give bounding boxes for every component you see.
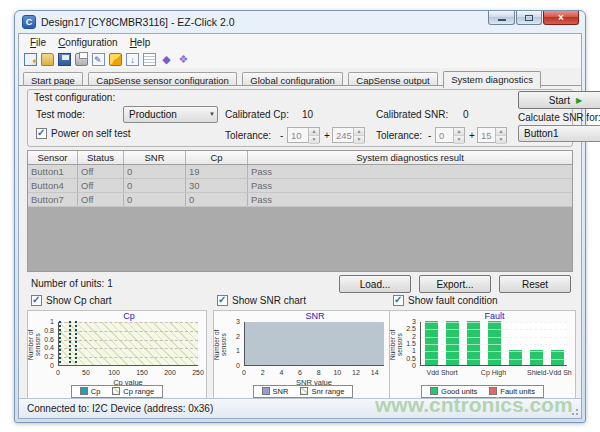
snr-tolerance-label: Tolerance: [376,130,422,141]
calculate-snr-for-select[interactable]: Button1 ▼ [518,125,600,142]
x-tick-label: 8 [317,369,321,376]
title-bar[interactable]: C Design17 [CY8CMBR3116] - EZ-Click 2.0 … [15,11,585,32]
x-tick-label: 2 [261,369,265,376]
snr-chart: SNRNumber of sensors012302468101214SNR v… [213,310,393,402]
legend-swatch-icon [262,387,270,395]
system-diagnostics-panel: Test configuration: Test mode: Productio… [19,86,581,398]
cell-sensor: Button7 [28,193,78,206]
cell-sensor: Button1 [28,165,78,178]
chart-legend-box: SNRSnr range [253,385,354,398]
cp-tolerance-minus-spinner[interactable]: 10 ▲▼ [287,127,320,143]
x-category-label: Shield-Vdd Sh [527,369,572,376]
save-design-icon[interactable] [58,53,71,66]
x-category-label: Vdd Short [426,369,457,376]
new-design-icon[interactable] [24,53,37,66]
cell-cp: 30 [186,179,248,192]
spinner-arrows-icon[interactable]: ▲▼ [308,128,319,142]
reset-button[interactable]: Reset [499,275,571,293]
diagnostics-table: Sensor Status SNR Cp System diagnostics … [27,150,573,272]
y-tick-label: 0 [398,362,416,369]
gridline [59,348,198,349]
load-button[interactable]: Load... [339,275,411,293]
table-row[interactable]: Button7 Off 0 0 Pass [28,193,572,207]
tab-start-page[interactable]: Start page [23,72,83,87]
x-tick-label: 200 [164,369,176,376]
spinner-arrows-icon[interactable]: ▲▼ [495,128,506,142]
show-fault-condition-label: Show fault condition [408,295,498,306]
chart-legend: SNRSnr range [214,385,392,398]
tab-strip: Start page CapSense sensor configuration… [19,68,581,86]
maximize-button[interactable] [516,11,542,25]
show-cp-chart-checkbox[interactable]: Show Cp chart [31,295,112,306]
show-fault-condition-checkbox[interactable]: Show fault condition [393,295,498,306]
cp-bar [75,321,77,365]
y-tick-label: 2 [222,333,240,340]
y-tick-label: 0.2 [36,353,54,360]
menu-configuration[interactable]: Configuration [52,36,124,49]
table-row[interactable]: Button4 Off 0 30 Pass [28,179,572,193]
cell-result: Pass [248,165,572,178]
y-tick-label: 1 [398,347,416,354]
gridline-overlay [421,359,567,360]
menu-file[interactable]: File [24,36,52,49]
checkbox-icon [31,295,42,306]
maximize-icon [525,15,533,21]
y-tick-label: 0.6 [36,336,54,343]
start-button[interactable]: Start ▶ [518,91,600,109]
legend-item: Snr range [300,387,344,396]
show-cp-chart-label: Show Cp chart [46,295,112,306]
gridline [59,322,198,323]
verify-config-icon[interactable]: ❖ [177,53,190,66]
report-icon[interactable] [143,53,156,66]
snr-tolerance-minus-sign: - [428,130,431,141]
save-as-icon[interactable] [92,53,105,66]
x-tick-label: 6 [298,369,302,376]
menu-help[interactable]: Help [124,36,157,49]
table-header-row: Sensor Status SNR Cp System diagnostics … [28,151,572,165]
tab-capsense-sensor-configuration[interactable]: CapSense sensor configuration [88,72,237,87]
snr-tolerance-minus-spinner[interactable]: 0 ▲▼ [435,127,465,143]
fault-chart: FaultNumber of sensors00.511.522.53Vdd S… [389,310,576,402]
snr-tolerance-plus-spinner[interactable]: 15 ▲▼ [477,127,507,143]
test-mode-select[interactable]: Production ▼ [123,106,218,123]
y-tick-label: 0 [222,362,240,369]
start-button-label: Start [549,95,570,106]
show-snr-chart-checkbox[interactable]: Show SNR chart [217,295,306,306]
test-mode-label: Test mode: [36,109,85,120]
tab-global-configuration[interactable]: Global configuration [242,72,343,87]
snr-tolerance-plus-value: 15 [478,128,495,142]
y-tick-label: 2.5 [398,325,416,332]
print-icon[interactable] [75,53,88,66]
cell-snr: 0 [124,179,186,192]
load-button-label: Load... [360,279,391,290]
table-row[interactable]: Button1 Off 0 19 Pass [28,165,572,179]
open-design-icon[interactable] [41,53,54,66]
chart-legend-box: CpCp range [71,385,163,398]
spinner-arrows-icon[interactable]: ▲▼ [353,128,364,142]
spinner-arrows-icon[interactable]: ▲▼ [453,128,464,142]
power-on-self-test-checkbox[interactable]: Power on self test [36,128,130,139]
download-firmware-icon[interactable]: ↓ [126,53,139,66]
tab-capsense-output[interactable]: CapSense output [348,72,437,87]
export-button[interactable]: Export... [419,275,491,293]
checkbox-icon [36,128,47,139]
chart-title: Fault [420,311,569,321]
tab-system-diagnostics[interactable]: System diagnostics [443,71,541,88]
plot-area [420,322,567,366]
gridline [59,340,198,341]
connect-device-icon[interactable] [109,53,122,66]
apply-config-icon[interactable]: ◆ [160,53,173,66]
plot-area [58,322,198,366]
close-button[interactable]: × [543,11,579,25]
y-tick-label: 2 [398,333,416,340]
x-tick-label: 14 [371,369,379,376]
y-tick-label: 0.8 [36,327,54,334]
cp-tolerance-plus-spinner[interactable]: 245 ▲▼ [332,127,365,143]
gridline-overlay [421,337,567,338]
y-tick-label: 1 [222,347,240,354]
menu-bar: File Configuration Help [19,34,581,50]
cp-tolerance-minus-sign: - [280,130,283,141]
minimize-button[interactable] [488,11,515,25]
toolbar: ↓ ◆ ❖ [19,50,581,68]
gridline-overlay [421,351,567,352]
